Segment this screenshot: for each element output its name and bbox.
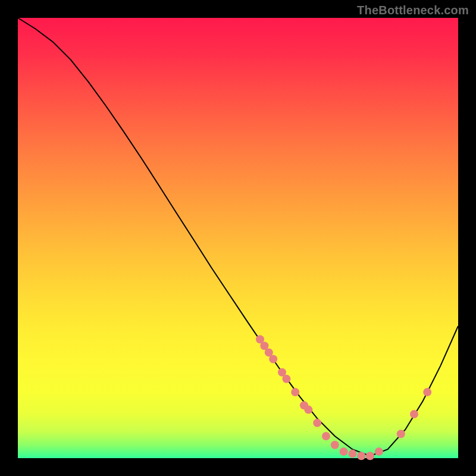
data-point [410,410,418,418]
data-point [366,452,374,460]
data-point [348,450,356,458]
data-point [313,419,321,427]
bottleneck-curve [18,18,458,456]
data-point [331,441,339,449]
dot-layer [256,335,431,460]
chart-svg [18,18,458,458]
data-point [322,432,330,440]
data-point [282,375,290,383]
data-point [375,447,383,456]
data-point [304,406,312,414]
data-point [340,447,348,456]
data-point [397,430,405,438]
data-point [291,388,299,396]
chart-area [18,18,458,458]
data-point [357,452,365,460]
watermark-text: TheBottleneck.com [357,4,469,17]
data-point [423,388,431,396]
data-point [269,355,277,364]
